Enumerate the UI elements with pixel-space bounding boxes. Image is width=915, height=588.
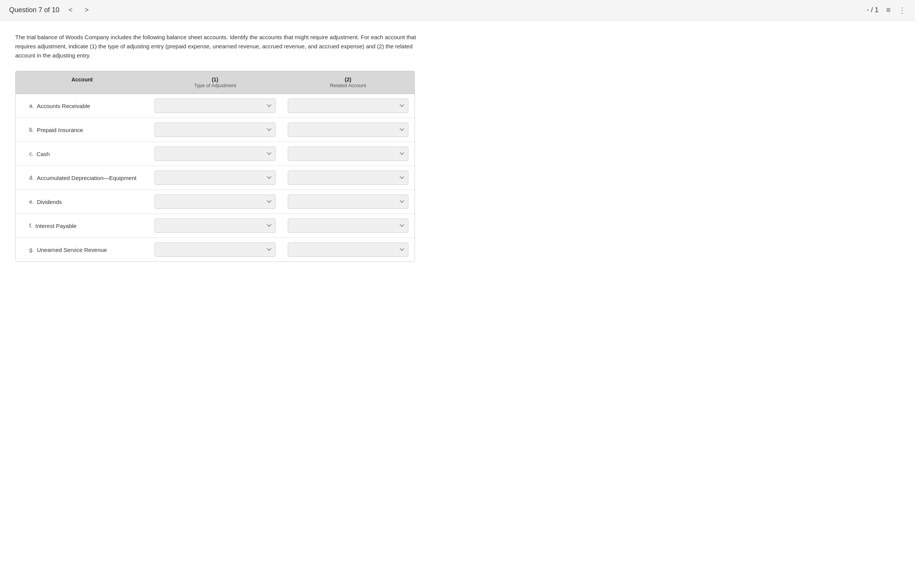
account-name: Unearned Service Revenue — [37, 247, 107, 253]
related-account-cell: Insurance ExpenseInterest ExpenseInteres… — [282, 214, 414, 237]
prev-button[interactable]: < — [65, 5, 76, 16]
row-letter: c. — [22, 151, 34, 157]
type-adjustment-select-d[interactable]: Prepaid ExpenseUnearned RevenueAccrued R… — [155, 171, 275, 185]
type-adjustment-select-g[interactable]: Prepaid ExpenseUnearned RevenueAccrued R… — [155, 242, 275, 257]
account-cell: g.Unearned Service Revenue — [16, 240, 149, 260]
type-adjustment-select-e[interactable]: Prepaid ExpenseUnearned RevenueAccrued R… — [155, 194, 275, 209]
type-adjustment-cell: Prepaid ExpenseUnearned RevenueAccrued R… — [149, 214, 281, 237]
top-bar-left: Question 7 of 10 < > — [9, 5, 92, 16]
account-cell: b.Prepaid Insurance — [16, 120, 149, 140]
related-account-select-b[interactable]: Insurance ExpenseInterest ExpenseInteres… — [288, 123, 408, 137]
list-icon[interactable]: ≡ — [886, 6, 891, 15]
related-account-cell: Insurance ExpenseInterest ExpenseInteres… — [282, 94, 414, 118]
top-bar: Question 7 of 10 < > - / 1 ≡ ⋮ — [0, 0, 915, 21]
related-account-select-f[interactable]: Insurance ExpenseInterest ExpenseInteres… — [288, 218, 408, 233]
next-button[interactable]: > — [82, 5, 92, 16]
row-letter: a. — [22, 103, 34, 109]
account-name: Interest Payable — [36, 223, 76, 229]
col3-header: (2) Related Account — [282, 71, 414, 94]
table-row: d.Accumulated Depreciation—EquipmentPrep… — [16, 166, 414, 190]
related-account-cell: Insurance ExpenseInterest ExpenseInteres… — [282, 118, 414, 142]
type-adjustment-cell: Prepaid ExpenseUnearned RevenueAccrued R… — [149, 94, 281, 118]
related-account-cell: Insurance ExpenseInterest ExpenseInteres… — [282, 142, 414, 166]
question-title: Question 7 of 10 — [9, 6, 59, 14]
related-account-select-e[interactable]: Insurance ExpenseInterest ExpenseInteres… — [288, 194, 408, 209]
answer-table: Account (1) Type of Adjustment (2) Relat… — [15, 71, 415, 262]
related-account-select-a[interactable]: Insurance ExpenseInterest ExpenseInteres… — [288, 99, 408, 113]
type-adjustment-cell: Prepaid ExpenseUnearned RevenueAccrued R… — [149, 166, 281, 189]
type-adjustment-select-c[interactable]: Prepaid ExpenseUnearned RevenueAccrued R… — [155, 147, 275, 161]
main-content: The trial balance of Woods Company inclu… — [0, 21, 915, 588]
related-account-select-d[interactable]: Insurance ExpenseInterest ExpenseInteres… — [288, 171, 408, 185]
type-adjustment-cell: Prepaid ExpenseUnearned RevenueAccrued R… — [149, 238, 281, 262]
related-account-select-g[interactable]: Insurance ExpenseInterest ExpenseInteres… — [288, 242, 408, 257]
table-row: g.Unearned Service RevenuePrepaid Expens… — [16, 238, 414, 262]
account-cell: d.Accumulated Depreciation—Equipment — [16, 168, 149, 188]
col2-header: (1) Type of Adjustment — [149, 71, 281, 94]
top-bar-right: - / 1 ≡ ⋮ — [867, 6, 906, 15]
account-cell: c.Cash — [16, 144, 149, 164]
table-rows: a.Accounts ReceivablePrepaid ExpenseUnea… — [16, 94, 414, 262]
type-adjustment-cell: Prepaid ExpenseUnearned RevenueAccrued R… — [149, 190, 281, 213]
col1-header: Account — [16, 71, 149, 94]
account-name: Accumulated Depreciation—Equipment — [37, 175, 137, 181]
account-cell: f.Interest Payable — [16, 216, 149, 236]
row-letter: d. — [22, 175, 34, 181]
type-adjustment-cell: Prepaid ExpenseUnearned RevenueAccrued R… — [149, 142, 281, 166]
table-row: e.DividendsPrepaid ExpenseUnearned Reven… — [16, 190, 414, 214]
type-adjustment-cell: Prepaid ExpenseUnearned RevenueAccrued R… — [149, 118, 281, 142]
account-cell: e.Dividends — [16, 192, 149, 212]
related-account-cell: Insurance ExpenseInterest ExpenseInteres… — [282, 238, 414, 262]
row-letter: b. — [22, 127, 34, 133]
account-name: Cash — [37, 151, 50, 157]
row-letter: e. — [22, 199, 34, 205]
type-adjustment-select-b[interactable]: Prepaid ExpenseUnearned RevenueAccrued R… — [155, 123, 275, 137]
score-display: - / 1 — [867, 6, 878, 14]
related-account-cell: Insurance ExpenseInterest ExpenseInteres… — [282, 166, 414, 189]
table-row: b.Prepaid InsurancePrepaid ExpenseUnearn… — [16, 118, 414, 142]
related-account-cell: Insurance ExpenseInterest ExpenseInteres… — [282, 190, 414, 213]
account-name: Dividends — [37, 199, 62, 205]
related-account-select-c[interactable]: Insurance ExpenseInterest ExpenseInteres… — [288, 147, 408, 161]
table-header: Account (1) Type of Adjustment (2) Relat… — [16, 71, 414, 94]
type-adjustment-select-f[interactable]: Prepaid ExpenseUnearned RevenueAccrued R… — [155, 218, 275, 233]
table-row: a.Accounts ReceivablePrepaid ExpenseUnea… — [16, 94, 414, 118]
row-letter: f. — [22, 223, 32, 229]
row-letter: g. — [22, 247, 34, 253]
question-text: The trial balance of Woods Company inclu… — [15, 33, 434, 60]
type-adjustment-select-a[interactable]: Prepaid ExpenseUnearned RevenueAccrued R… — [155, 99, 275, 113]
table-row: f.Interest PayablePrepaid ExpenseUnearne… — [16, 214, 414, 238]
account-cell: a.Accounts Receivable — [16, 96, 149, 116]
more-options-icon[interactable]: ⋮ — [898, 6, 906, 15]
account-name: Accounts Receivable — [37, 103, 90, 109]
account-name: Prepaid Insurance — [37, 127, 83, 133]
table-row: c.CashPrepaid ExpenseUnearned RevenueAcc… — [16, 142, 414, 166]
